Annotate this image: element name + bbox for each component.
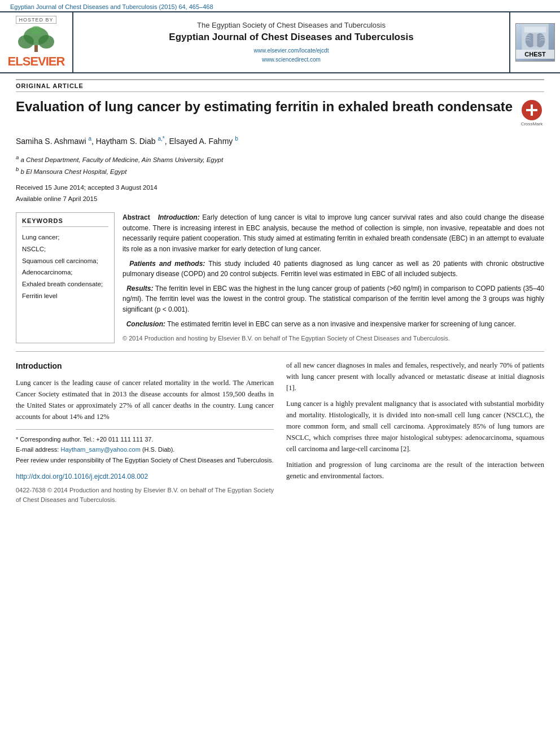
svg-rect-3	[34, 45, 38, 52]
affil-sup-b: b	[16, 166, 19, 172]
article-title: Evaluation of lung cancer by estimating …	[16, 98, 514, 115]
author-sup-a: a	[88, 136, 91, 142]
kw-lung-cancer: Lung cancer;	[22, 231, 108, 243]
elsevier-branding: HOSTED BY ELSEVIER	[0, 12, 73, 72]
crossmark-badge[interactable]: CrossMark	[519, 100, 544, 126]
chest-journal-cover: CHEST	[509, 12, 560, 72]
fn-email-link[interactable]: Haytham_samy@yahoo.com	[60, 446, 140, 453]
hosted-by-label: HOSTED BY	[16, 16, 56, 24]
abstract-results-text: The ferritin level in EBC was the highes…	[123, 285, 544, 313]
url1[interactable]: www.elsevier.com/locate/ejcdt	[254, 47, 329, 54]
affiliations: a a Chest Department, Faculty of Medicin…	[16, 153, 544, 177]
svg-rect-11	[526, 109, 537, 111]
article-dates: Received 15 June 2014; accepted 3 August…	[16, 182, 544, 204]
abstract-results: Results: The ferritin level in EBC was t…	[123, 283, 544, 315]
journal-name: Egyptian Journal of Chest Diseases and T…	[169, 32, 413, 43]
intro-para1: Lung cancer is the leading cause of canc…	[16, 377, 274, 422]
kw-adeno: Adenocarcinoma;	[22, 267, 108, 278]
journal-urls: www.elsevier.com/locate/ejcdt www.scienc…	[254, 46, 329, 64]
footnotes: * Corresponding author. Tel.: +20 011 11…	[16, 429, 274, 466]
affil-b: b El Mansoura Chest Hospital, Egypt	[21, 168, 127, 175]
chest-cover-image: CHEST	[515, 23, 555, 62]
abstract-results-label: Results:	[126, 285, 153, 292]
abstract-copyright: © 2014 Production and hosting by Elsevie…	[123, 334, 544, 343]
bottom-copyright: 0422-7638 © 2014 Production and hosting …	[16, 486, 274, 505]
url2[interactable]: www.sciencedirect.com	[262, 56, 321, 63]
article-type-label: ORIGINAL ARTICLE	[16, 79, 544, 92]
title-row: Evaluation of lung cancer by estimating …	[16, 98, 544, 126]
svg-rect-6	[524, 27, 546, 33]
doi-link[interactable]: http://dx.doi.org/10.1016/j.ejcdt.2014.0…	[16, 471, 274, 482]
fn-email-after: (H.S. Diab).	[142, 446, 174, 453]
body-left-col: Introduction Lung cancer is the leading …	[16, 360, 274, 505]
svg-rect-9	[533, 33, 537, 47]
journal-header: HOSTED BY ELSEVIER The Egyptian Society …	[0, 11, 560, 73]
body-right-text3: Initiation and progression of lung carci…	[286, 461, 544, 480]
abstract-pm: Patients and methods: This study include…	[123, 259, 544, 279]
affil-sup-a: a	[16, 154, 19, 160]
abstract-conclusion-label: Conclusion:	[126, 320, 165, 328]
body-columns: Introduction Lung cancer is the leading …	[16, 360, 544, 505]
crossmark-cross-icon	[525, 103, 539, 117]
svg-point-1	[18, 35, 34, 49]
body-right-text2: Lung cancer is a highly prevalent malign…	[286, 400, 544, 453]
kw-nsclc: NSCLC;	[22, 243, 108, 255]
crossmark-label: CrossMark	[521, 121, 543, 126]
abstract-conclusion-text: The estimated ferritin level in EBC can …	[167, 320, 516, 328]
abstract-intro: Abstract Introduction: Early detection o…	[123, 212, 544, 254]
elsevier-logo: ELSEVIER	[8, 54, 65, 69]
abstract-pm-label: Patients and methods:	[129, 260, 205, 268]
fn-email: E-mail address: Haytham_samy@yahoo.com (…	[16, 444, 274, 455]
affil-a: a Chest Department, Faculty of Medicine,…	[21, 156, 224, 163]
body-right-col: of all new cancer diagnoses in males and…	[286, 360, 544, 505]
elsevier-tree-icon	[14, 26, 59, 54]
abstract-text: Abstract Introduction: Early detection o…	[123, 212, 544, 343]
author-sup-b: b	[235, 136, 238, 142]
received-date: Received 15 June 2014; accepted 3 August…	[16, 184, 158, 191]
journal-info: The Egyptian Society of Chest Diseases a…	[73, 12, 509, 72]
kw-squamous: Squamous cell carcinoma;	[22, 255, 108, 267]
available-online: Available online 7 April 2015	[16, 195, 97, 202]
keywords-title: KEYWORDS	[22, 217, 108, 227]
svg-point-2	[38, 35, 54, 49]
abstract-main-label: Abstract	[123, 213, 150, 221]
section-divider	[16, 351, 544, 352]
kw-ebc: Exhaled breath condensate;	[22, 278, 108, 290]
body-right-text1: of all new cancer diagnoses in males and…	[286, 361, 544, 392]
fn-corresponding: * Corresponding author. Tel.: +20 011 11…	[16, 434, 274, 445]
kw-ferritin: Ferritin level	[22, 290, 108, 302]
abstract-section: KEYWORDS Lung cancer; NSCLC; Squamous ce…	[16, 212, 544, 343]
abstract-intro-label: Introduction:	[158, 213, 200, 221]
intro-heading: Introduction	[16, 360, 274, 372]
author-sup-a2: a,*	[158, 136, 164, 142]
page: Egyptian Journal of Chest Diseases and T…	[0, 0, 560, 747]
article-content: ORIGINAL ARTICLE Evaluation of lung canc…	[0, 73, 560, 514]
body-right-para2: Lung cancer is a highly prevalent malign…	[286, 398, 544, 455]
fn-peer-review: Peer review under responsibility of The …	[16, 455, 274, 466]
society-name: The Egyptian Society of Chest Diseases a…	[197, 21, 386, 29]
abstract-conclusion: Conclusion: The estimated ferritin level…	[123, 319, 544, 330]
svg-point-4	[30, 26, 42, 35]
journal-reference-link[interactable]: Egyptian Journal of Chest Diseases and T…	[0, 0, 560, 11]
body-right-para1: of all new cancer diagnoses in males and…	[286, 360, 544, 394]
body-right-para3: Initiation and progression of lung carci…	[286, 459, 544, 482]
chest-title: CHEST	[516, 50, 554, 59]
keywords-box: KEYWORDS Lung cancer; NSCLC; Squamous ce…	[16, 212, 115, 343]
crossmark-icon	[522, 100, 542, 120]
chest-xray-svg	[516, 24, 554, 50]
authors: Samiha S. Ashmawi a, Haytham S. Diab a,*…	[16, 134, 544, 147]
fn-email-label: E-mail address:	[16, 446, 59, 453]
